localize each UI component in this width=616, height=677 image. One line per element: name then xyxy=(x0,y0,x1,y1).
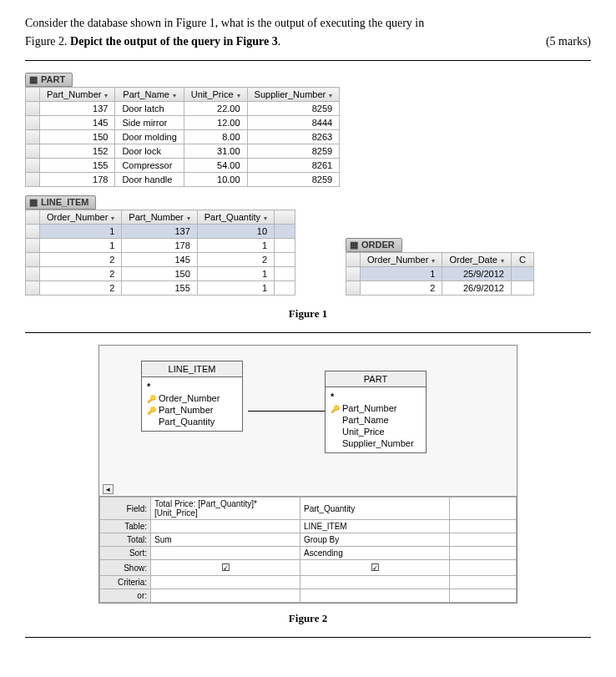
scroll-left-icon[interactable]: ◂ xyxy=(103,484,114,494)
qbe-empty[interactable] xyxy=(450,547,517,560)
qbe-field-col1[interactable]: Total Price: [Part_Quantity]*[Unit_Price… xyxy=(151,498,300,520)
cell: 10.00 xyxy=(184,173,247,187)
qbe-grid: Field: Total Price: [Part_Quantity]*[Uni… xyxy=(99,497,517,603)
qbe-sort-col1[interactable] xyxy=(151,547,300,560)
table-row[interactable]: 152Door lock31.008259 xyxy=(26,144,340,159)
q-suffix: . xyxy=(278,35,281,48)
qbe-table-col1[interactable] xyxy=(151,520,300,533)
cell: 1 xyxy=(197,281,274,296)
cell: 54.00 xyxy=(184,159,247,173)
cell: 1 xyxy=(361,267,442,281)
table-row[interactable]: 137Door latch22.008259 xyxy=(26,102,340,116)
col-order-date[interactable]: Order_Date▾ xyxy=(442,253,511,267)
col-order-number[interactable]: Order_Number▾ xyxy=(361,253,442,267)
qbe-criteria-col1[interactable] xyxy=(151,576,300,589)
cell: Door handle xyxy=(115,173,184,187)
cell: 10 xyxy=(197,225,274,239)
col-supplier-number[interactable]: Supplier_Number▾ xyxy=(247,88,340,102)
field-supplier-number[interactable]: 🔑Supplier_Number xyxy=(331,437,421,449)
query-design-pane: LINE_ITEM * 🔑Order_Number 🔑Part_Number 🔑… xyxy=(98,345,518,604)
col-order-number[interactable]: Order_Number▾ xyxy=(40,210,122,225)
qbe-or-col1[interactable] xyxy=(151,589,300,603)
q-prefix: Figure 2. xyxy=(25,35,70,48)
order-title-bar: ▦ORDER xyxy=(346,238,402,252)
qbe-or-col2[interactable] xyxy=(300,589,450,603)
dropdown-icon[interactable]: ▾ xyxy=(501,257,504,265)
cell: 150 xyxy=(40,130,115,144)
field-part-name[interactable]: 🔑Part_Name xyxy=(331,414,421,426)
col-part-number[interactable]: Part_Number▾ xyxy=(122,210,197,225)
qbe-total-col2[interactable]: Group By xyxy=(300,533,450,547)
table-row[interactable]: 21501 xyxy=(26,267,295,281)
part-field-list[interactable]: PART * 🔑Part_Number 🔑Part_Name 🔑Unit_Pri… xyxy=(325,371,427,453)
cell: 2 xyxy=(40,253,122,267)
lineitem-field-list[interactable]: LINE_ITEM * 🔑Order_Number 🔑Part_Number 🔑… xyxy=(141,361,243,432)
field-label: Part_Number xyxy=(342,403,396,413)
field-label: Order_Number xyxy=(159,393,220,403)
cell: 1 xyxy=(197,239,274,253)
field-part-quantity[interactable]: 🔑Part_Quantity xyxy=(147,416,237,427)
col-part-number[interactable]: Part_Number▾ xyxy=(40,88,115,102)
cell: 145 xyxy=(122,253,197,267)
field-part-number[interactable]: 🔑Part_Number xyxy=(147,404,237,416)
qbe-empty[interactable] xyxy=(450,533,517,547)
qbe-empty[interactable] xyxy=(450,520,517,533)
cell: Door latch xyxy=(115,102,184,116)
qbe-empty[interactable] xyxy=(450,498,517,520)
dropdown-icon[interactable]: ▾ xyxy=(432,257,435,265)
table-row[interactable]: 155Compressor54.008261 xyxy=(26,159,340,173)
qbe-criteria-col2[interactable] xyxy=(300,576,450,589)
star-field[interactable]: * xyxy=(331,391,421,402)
star-field[interactable]: * xyxy=(147,381,237,392)
key-icon: 🔑 xyxy=(147,395,156,403)
col-extra[interactable] xyxy=(275,210,295,225)
field-unit-price[interactable]: 🔑Unit_Price xyxy=(331,426,421,437)
col-extra-hint[interactable]: C xyxy=(511,253,533,267)
qbe-sort-col2[interactable]: Ascending xyxy=(300,547,450,560)
row-selector-header xyxy=(26,88,40,102)
dropdown-icon[interactable]: ▾ xyxy=(264,215,267,222)
field-label: Part_Name xyxy=(342,415,389,425)
table-row[interactable]: 11781 xyxy=(26,239,295,253)
qbe-table-col2[interactable]: LINE_ITEM xyxy=(300,520,450,533)
table-row[interactable]: 145Side mirror12.008444 xyxy=(26,116,340,130)
cell: 1 xyxy=(197,267,274,281)
table-row[interactable]: 125/9/2012 xyxy=(346,267,534,281)
marks-label: (5 marks) xyxy=(546,35,591,48)
table-row[interactable]: 150Door molding8.008263 xyxy=(26,130,340,144)
join-line[interactable] xyxy=(248,411,325,412)
table-row[interactable]: 21452 xyxy=(26,253,295,267)
hdr-text: Part_Number xyxy=(47,89,101,99)
dropdown-icon[interactable]: ▾ xyxy=(187,215,190,222)
col-part-name[interactable]: Part_Name▾ xyxy=(115,88,184,102)
qbe-empty[interactable] xyxy=(450,576,517,589)
qbe-total-col1[interactable]: Sum xyxy=(151,533,300,547)
table-row[interactable]: 226/9/2012 xyxy=(346,281,534,296)
qbe-field-col2[interactable]: Part_Quantity xyxy=(300,498,450,520)
part-title: PART xyxy=(41,74,65,84)
qbe-empty[interactable] xyxy=(450,589,517,603)
cell: 2 xyxy=(40,267,122,281)
question-line2: Figure 2. Depict the output of the query… xyxy=(25,35,591,48)
dropdown-icon[interactable]: ▾ xyxy=(237,92,240,99)
qbe-empty[interactable] xyxy=(450,560,517,576)
dropdown-icon[interactable]: ▾ xyxy=(329,92,332,99)
field-part-number[interactable]: 🔑Part_Number xyxy=(331,402,421,414)
dropdown-icon[interactable]: ▾ xyxy=(173,92,176,99)
table-row[interactable]: 113710 xyxy=(26,225,295,239)
field-order-number[interactable]: 🔑Order_Number xyxy=(147,392,237,404)
cell: 145 xyxy=(40,116,115,130)
qbe-show-col2[interactable]: ☑ xyxy=(300,560,450,576)
table-row[interactable]: 21551 xyxy=(26,281,295,296)
hdr-text: Part_Quantity xyxy=(204,212,260,222)
col-unit-price[interactable]: Unit_Price▾ xyxy=(184,88,247,102)
cell: 137 xyxy=(40,102,115,116)
table-row[interactable]: 178Door handle10.008259 xyxy=(26,173,340,187)
qbe-show-col1[interactable]: ☑ xyxy=(151,560,300,576)
col-part-quantity[interactable]: Part_Quantity▾ xyxy=(197,210,274,225)
qbe-label-show: Show: xyxy=(100,560,151,576)
cell: 137 xyxy=(122,225,197,239)
lineitem-datasheet: ▦LINE_ITEM Order_Number▾ Part_Number▾ Pa… xyxy=(25,195,295,296)
dropdown-icon[interactable]: ▾ xyxy=(111,215,114,222)
dropdown-icon[interactable]: ▾ xyxy=(104,92,108,99)
